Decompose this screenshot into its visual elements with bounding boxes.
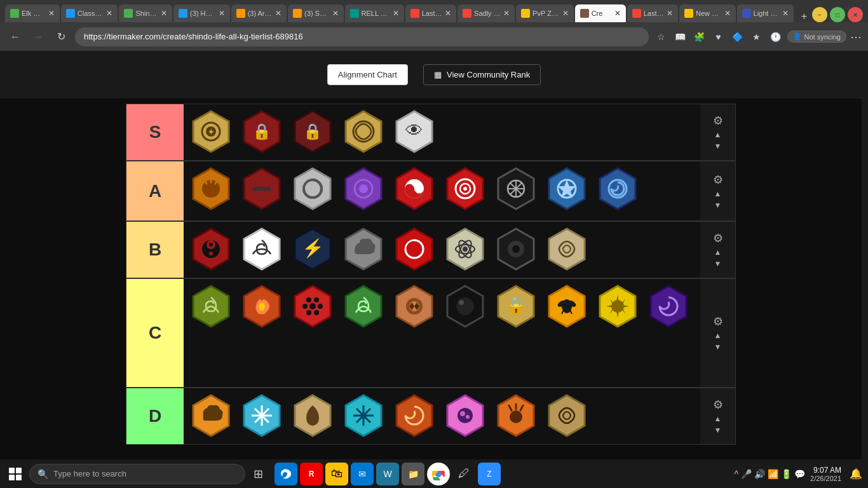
tier-item[interactable] [186,281,236,331]
taskbar-edge-icon[interactable] [275,463,297,485]
collections-icon[interactable]: ♥ [711,29,726,44]
tab-class[interactable]: Classwc... ✕ [61,4,118,22]
tab-hom[interactable]: (3) Hom... ✕ [173,4,230,22]
tier-item[interactable] [186,391,236,440]
back-button[interactable]: ← [6,28,24,46]
tier-up-d[interactable]: ▲ [714,414,722,423]
tier-item[interactable] [339,164,388,214]
tab-pvp[interactable]: PvP Z M... ✕ [516,4,574,22]
tier-down-d[interactable]: ▼ [714,426,722,435]
taskbar-wordpress-icon[interactable]: W [376,463,399,485]
taskbar-search[interactable]: 🔍 Type here to search [29,464,245,484]
tab-close[interactable]: ✕ [782,9,789,18]
tier-item[interactable] [440,164,490,214]
tier-item[interactable] [440,224,490,274]
tier-down-s[interactable]: ▼ [714,142,722,151]
tier-item[interactable]: ⚡ [288,224,337,274]
tier-item[interactable] [390,164,439,214]
tab-close[interactable]: ✕ [724,9,731,18]
tier-item[interactable] [491,224,541,274]
tier-item[interactable] [644,281,693,331]
taskbar-misc-icon[interactable]: 🖊 [452,463,475,485]
tray-mic-icon[interactable]: 🎤 [741,469,752,479]
tab-close[interactable]: ✕ [503,9,510,18]
tier-item[interactable] [237,391,287,440]
tier-item[interactable] [339,281,388,331]
tier-item[interactable] [237,164,287,214]
tier-item[interactable] [390,281,439,331]
tab-close[interactable]: ✕ [332,9,339,18]
minimize-button[interactable]: − [812,7,827,22]
tab-newga[interactable]: New Ga... ✕ [679,4,736,22]
tray-speaker-icon[interactable]: 🔊 [754,469,765,479]
tab-lastkg1[interactable]: Last KG ✕ [405,4,456,22]
tab-close[interactable]: ✕ [562,9,569,18]
tier-item[interactable] [186,224,236,274]
taskbar-files-icon[interactable]: 📁 [402,463,424,485]
tray-message-icon[interactable]: 💬 [794,469,805,479]
tier-item[interactable] [186,164,236,214]
tab-arse[interactable]: (3) Arse... ✕ [231,4,287,22]
tier-item[interactable] [593,281,642,331]
tier-item[interactable]: 🔒 [491,281,541,331]
tab-elk[interactable]: Elk Gro... ✕ [5,4,60,22]
tab-close[interactable]: ✕ [161,9,167,18]
maximize-button[interactable]: □ [830,7,845,22]
tier-settings-a[interactable]: ⚙ [713,173,723,187]
tier-settings-b[interactable]: ⚙ [713,231,723,245]
tier-item[interactable] [440,391,490,440]
taskbar-roblox-icon[interactable]: R [300,463,323,485]
tier-item[interactable] [542,281,592,331]
tier-item[interactable]: ✦ [186,107,236,156]
task-view-button[interactable]: ⊞ [247,463,269,485]
tier-item[interactable]: 🔒 [237,107,287,156]
tier-down-c[interactable]: ▼ [714,342,722,351]
tier-item[interactable] [288,391,337,440]
tab-close[interactable]: ✕ [275,9,281,18]
tab-close[interactable]: ✕ [393,9,399,18]
tab-close[interactable]: ✕ [614,9,621,18]
tier-item[interactable]: 🔒 [288,107,337,156]
tier-settings-s[interactable]: ⚙ [713,114,723,128]
tab-lastkg2[interactable]: Last KG ✕ [627,4,678,22]
view-community-button[interactable]: ▦ View Community Rank [423,64,541,85]
tab-sadly[interactable]: Sadly I v... ✕ [458,4,515,22]
tier-down-a[interactable]: ▼ [714,201,722,210]
tier-item[interactable] [339,107,388,156]
tier-down-b[interactable]: ▼ [714,259,722,268]
star-icon[interactable]: ☆ [654,29,669,44]
tier-item[interactable] [491,391,541,440]
tab-create-active[interactable]: Cre ✕ [575,4,626,22]
tier-item[interactable] [491,164,541,214]
refresh-button[interactable]: ↻ [52,28,70,46]
tab-rell[interactable]: RELL Ga... ✕ [345,4,404,22]
tier-item[interactable] [339,224,388,274]
tier-item[interactable] [440,281,490,331]
new-tab-button[interactable]: + [797,11,811,22]
taskbar-zoom-icon[interactable]: Z [478,463,501,485]
tier-item[interactable] [593,164,642,214]
taskbar-chrome-icon[interactable] [427,463,450,485]
tab-shindo[interactable]: Shindo... ✕ [119,4,172,22]
tier-item[interactable] [339,391,388,440]
tier-item[interactable] [542,391,592,440]
tray-battery-icon[interactable]: 🔋 [781,469,792,479]
extensions-icon[interactable]: 🧩 [692,29,707,44]
menu-button[interactable]: ⋯ [850,30,862,44]
tier-item[interactable] [288,164,337,214]
tier-item[interactable] [237,224,287,274]
favorites-icon[interactable]: ★ [749,29,764,44]
tier-item[interactable] [288,281,337,331]
profile-icon[interactable]: 🔷 [730,29,745,44]
tab-close[interactable]: ✕ [106,9,112,18]
tier-up-s[interactable]: ▲ [714,130,722,139]
tray-chevron[interactable]: ^ [734,469,738,479]
tier-item[interactable]: 👁 [390,107,439,156]
tier-up-a[interactable]: ▲ [714,189,722,198]
tier-item[interactable] [542,164,592,214]
system-clock[interactable]: 9:07 AM 2/26/2021 [810,466,841,482]
forward-button[interactable]: → [29,28,47,46]
tier-up-c[interactable]: ▲ [714,331,722,340]
taskbar-mail-icon[interactable]: ✉ [351,463,374,485]
tab-close[interactable]: ✕ [445,9,451,18]
